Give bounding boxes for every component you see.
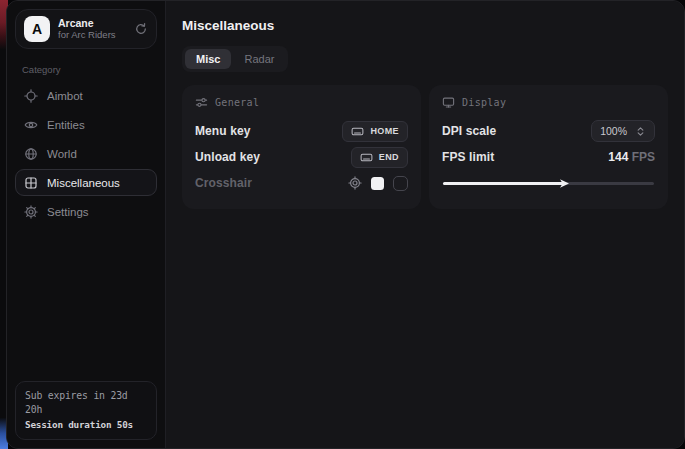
dpi-scale-value: 100% bbox=[600, 125, 627, 137]
app-logo: A bbox=[24, 16, 50, 42]
crosshair-settings-gear-icon[interactable] bbox=[348, 176, 362, 190]
keyboard-icon bbox=[360, 151, 373, 164]
tab-radar[interactable]: Radar bbox=[233, 49, 285, 69]
unload-key-row: Unload key END bbox=[195, 144, 408, 170]
unload-key-label: Unload key bbox=[195, 150, 260, 164]
category-label: Category bbox=[22, 64, 150, 75]
grid-icon bbox=[24, 176, 38, 190]
tab-misc[interactable]: Misc bbox=[185, 49, 231, 69]
chevron-up-down-icon bbox=[635, 126, 646, 137]
sidebar-item-aimbot[interactable]: Aimbot bbox=[15, 82, 157, 109]
crosshair-icon bbox=[24, 89, 38, 103]
main-panel: Miscellaneous Misc Radar General bbox=[166, 1, 684, 448]
unload-key-value: END bbox=[379, 152, 399, 162]
menu-key-label: Menu key bbox=[195, 124, 251, 138]
menu-key-button[interactable]: HOME bbox=[342, 121, 408, 142]
crosshair-color-swatch[interactable] bbox=[371, 177, 384, 190]
app-subtitle: for Arc Riders bbox=[58, 30, 116, 40]
app-title: Arcane bbox=[58, 18, 116, 30]
sidebar-item-label: Aimbot bbox=[47, 90, 83, 102]
crosshair-row: Crosshair bbox=[195, 170, 408, 196]
sidebar-item-entities[interactable]: Entities bbox=[15, 111, 157, 138]
sidebar-item-label: World bbox=[47, 148, 77, 160]
sidebar-item-miscellaneous[interactable]: Miscellaneous bbox=[15, 169, 157, 196]
sidebar-item-label: Entities bbox=[47, 119, 85, 131]
profile-card[interactable]: A Arcane for Arc Riders bbox=[15, 9, 157, 49]
display-card-title: Display bbox=[462, 97, 506, 108]
sub-expiry-text: Sub expires in 23d 20h bbox=[25, 389, 147, 417]
tab-bar: Misc Radar bbox=[182, 46, 288, 72]
general-card: General Menu key HOME bbox=[182, 85, 421, 209]
dpi-scale-select[interactable]: 100% bbox=[591, 120, 655, 142]
sidebar-item-settings[interactable]: Settings bbox=[15, 198, 157, 225]
fps-slider-thumb[interactable] bbox=[559, 178, 570, 189]
fps-limit-label: FPS limit bbox=[442, 150, 494, 164]
sidebar-item-world[interactable]: World bbox=[15, 140, 157, 167]
page-title: Miscellaneous bbox=[182, 18, 668, 33]
unload-key-button[interactable]: END bbox=[351, 147, 408, 168]
gear-icon bbox=[24, 205, 38, 219]
app-window: A Arcane for Arc Riders Category bbox=[6, 0, 685, 449]
session-duration-text: Session duration 50s bbox=[25, 418, 147, 431]
general-card-title: General bbox=[215, 97, 259, 108]
dpi-scale-label: DPI scale bbox=[442, 124, 496, 138]
sidebar-item-label: Settings bbox=[47, 206, 89, 218]
sidebar-nav: Aimbot Entities bbox=[15, 82, 157, 225]
sliders-icon bbox=[195, 96, 208, 109]
keyboard-icon bbox=[351, 125, 364, 138]
fps-limit-unit: FPS bbox=[632, 150, 655, 164]
fps-limit-slider[interactable] bbox=[442, 176, 655, 190]
display-card: Display DPI scale 100% bbox=[429, 85, 668, 209]
dpi-scale-row: DPI scale 100% bbox=[442, 118, 655, 144]
monitor-icon bbox=[442, 96, 455, 109]
fps-limit-value: 144 bbox=[608, 150, 628, 164]
crosshair-checkbox[interactable] bbox=[393, 176, 408, 191]
fps-limit-row: FPS limit 144 FPS bbox=[442, 144, 655, 170]
globe-icon bbox=[24, 147, 38, 161]
cards-row: General Menu key HOME bbox=[182, 85, 668, 209]
menu-key-row: Menu key HOME bbox=[195, 118, 408, 144]
entities-eye-icon bbox=[24, 118, 38, 132]
subscription-status-card: Sub expires in 23d 20h Session duration … bbox=[15, 381, 157, 440]
sidebar: A Arcane for Arc Riders Category bbox=[7, 1, 166, 448]
menu-key-value: HOME bbox=[370, 126, 399, 136]
sidebar-item-label: Miscellaneous bbox=[47, 177, 120, 189]
crosshair-label: Crosshair bbox=[195, 176, 252, 190]
fps-slider-fill bbox=[443, 182, 564, 185]
refresh-icon[interactable] bbox=[134, 22, 148, 36]
